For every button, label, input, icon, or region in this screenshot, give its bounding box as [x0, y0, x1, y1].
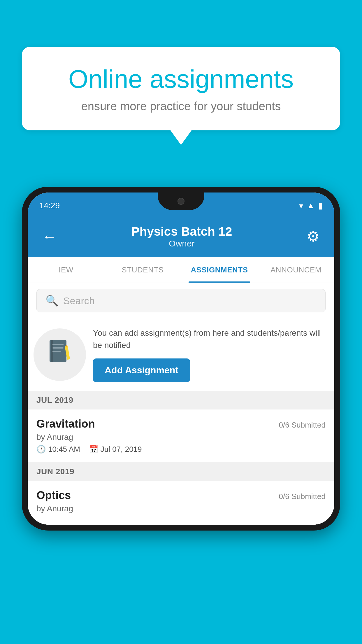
wifi-icon: ▾ — [299, 201, 303, 211]
back-button[interactable]: ← — [42, 228, 57, 245]
status-icons: ▾ ▲ ▮ — [299, 201, 323, 211]
submitted-count-optics: 0/6 Submitted — [279, 492, 326, 501]
assignment-name-optics: Optics — [36, 489, 71, 502]
tab-assignments[interactable]: ASSIGNMENTS — [181, 257, 258, 283]
signal-icon: ▲ — [307, 201, 315, 210]
promo-card: You can add assignment(s) from here and … — [28, 318, 334, 391]
svg-rect-2 — [52, 344, 64, 345]
app-header: ← Physics Batch 12 Owner ⚙ — [28, 219, 334, 257]
assignment-date: Jul 07, 2019 — [101, 445, 142, 454]
phone-frame: 14:29 ▾ ▲ ▮ ← Physics Batch 12 Owner ⚙ — [22, 187, 340, 531]
tab-iew[interactable]: IEW — [28, 257, 104, 283]
phone-container: 14:29 ▾ ▲ ▮ ← Physics Batch 12 Owner ⚙ — [22, 187, 340, 644]
tab-students[interactable]: STUDENTS — [104, 257, 181, 283]
notebook-icon — [47, 339, 73, 370]
calendar-icon: 📅 — [89, 445, 98, 454]
promo-content: You can add assignment(s) from here and … — [93, 327, 326, 382]
search-container: 🔍 Search — [28, 283, 334, 318]
section-jun-2019: JUN 2019 — [28, 462, 334, 481]
assignment-meta: 🕐 10:45 AM 📅 Jul 07, 2019 — [36, 445, 326, 454]
clock-icon: 🕐 — [36, 445, 46, 454]
promo-icon-circle — [34, 328, 86, 381]
add-assignment-button[interactable]: Add Assignment — [93, 358, 190, 382]
battery-icon: ▮ — [318, 201, 323, 211]
phone-notch — [158, 192, 204, 210]
speech-bubble: Online assignments ensure more practice … — [22, 47, 340, 130]
date-meta: 📅 Jul 07, 2019 — [89, 445, 142, 454]
assignment-time: 10:45 AM — [48, 445, 80, 454]
status-time: 14:29 — [39, 201, 60, 210]
assignment-name: Gravitation — [36, 418, 95, 430]
svg-rect-4 — [52, 351, 61, 352]
bubble-title: Online assignments — [45, 64, 317, 94]
settings-icon[interactable]: ⚙ — [307, 228, 320, 245]
search-placeholder: Search — [63, 295, 95, 307]
speech-bubble-arrow — [171, 130, 191, 145]
header-subtitle: Owner — [131, 239, 232, 249]
status-bar: 14:29 ▾ ▲ ▮ — [28, 192, 334, 219]
assignment-row-top-optics: Optics 0/6 Submitted — [36, 489, 326, 502]
svg-rect-3 — [52, 347, 64, 349]
phone-inner: 14:29 ▾ ▲ ▮ ← Physics Batch 12 Owner ⚙ — [28, 192, 334, 525]
promo-description: You can add assignment(s) from here and … — [93, 327, 326, 351]
speech-bubble-container: Online assignments ensure more practice … — [22, 47, 340, 145]
section-jul-2019: JUL 2019 — [28, 391, 334, 410]
assignment-by-optics: by Anurag — [36, 504, 326, 513]
bubble-subtitle: ensure more practice for your students — [45, 100, 317, 113]
camera-dot — [178, 198, 184, 205]
assignment-item-gravitation[interactable]: Gravitation 0/6 Submitted by Anurag 🕐 10… — [28, 410, 334, 462]
assignment-by: by Anurag — [36, 433, 326, 442]
header-title: Physics Batch 12 — [131, 225, 232, 239]
tabs-container: IEW STUDENTS ASSIGNMENTS ANNOUNCEM — [28, 257, 334, 283]
submitted-count: 0/6 Submitted — [279, 421, 326, 430]
assignment-row-top: Gravitation 0/6 Submitted — [36, 418, 326, 430]
search-bar[interactable]: 🔍 Search — [36, 289, 326, 312]
time-meta: 🕐 10:45 AM — [36, 445, 80, 454]
header-center: Physics Batch 12 Owner — [131, 225, 232, 249]
assignment-item-optics[interactable]: Optics 0/6 Submitted by Anurag — [28, 481, 334, 525]
search-icon: 🔍 — [45, 295, 59, 307]
tab-announcements[interactable]: ANNOUNCEM — [258, 257, 334, 283]
